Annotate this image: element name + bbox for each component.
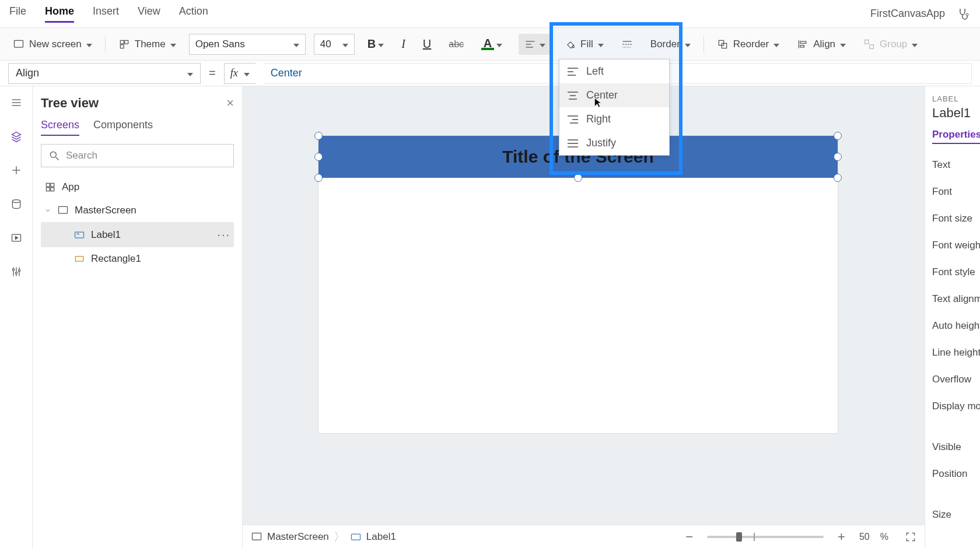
new-screen-label: New screen [29,38,82,50]
screen-icon [57,205,69,216]
canvas-stage[interactable]: Title of the Screen [318,136,838,433]
prop-row[interactable]: Line height [932,347,975,359]
menu-file[interactable]: File [9,5,26,23]
rail-advanced[interactable] [8,264,24,280]
tree-item-label: Label1 [91,229,121,241]
rail-insert[interactable] [8,162,24,178]
chevron-down-icon [496,39,502,50]
strike-button[interactable]: abc [444,36,468,53]
reorder-button[interactable]: Reorder [712,35,784,54]
tree-item-app[interactable]: App [41,175,234,199]
tab-screens[interactable]: Screens [41,119,79,136]
font-select[interactable]: Open Sans [189,34,306,55]
strike-icon: abc [449,39,464,50]
new-screen-button[interactable]: New screen [8,35,97,54]
zoom-slider[interactable] [707,536,824,538]
zoom-in-button[interactable]: + [834,529,849,545]
menu-view[interactable]: View [138,5,160,23]
prop-row[interactable]: Text alignm [932,293,975,305]
svg-rect-29 [46,188,50,191]
dd-label: Justify [586,137,616,149]
svg-rect-34 [253,533,261,540]
menu-insert[interactable]: Insert [93,5,119,23]
align-objects-button[interactable]: Align [792,35,850,54]
underline-button[interactable]: U [418,34,436,54]
tree-title: Tree view [41,96,99,111]
close-tree-button[interactable]: × [226,96,234,111]
prop-row[interactable]: Font [932,186,975,198]
align-justify-option[interactable]: Justify [559,131,669,155]
tab-properties[interactable]: Properties [932,129,980,144]
resize-handle[interactable] [834,132,842,140]
font-size-select[interactable]: 40 [314,34,355,55]
tree-item-label1[interactable]: Label1 ··· [41,222,234,247]
group-icon [863,38,875,50]
svg-rect-1 [15,40,23,47]
menu-items: File Home Insert View Action [9,5,208,23]
tree-item-label: MasterScreen [75,205,136,216]
theme-button[interactable]: Theme [114,35,181,54]
stethoscope-icon[interactable] [957,7,971,21]
rail-tree-view[interactable] [8,128,24,145]
prop-row[interactable]: Display mo [932,401,975,412]
border-style-button[interactable] [617,35,638,54]
fx-icon: fx [230,67,238,79]
svg-rect-13 [865,40,869,44]
bold-button[interactable]: B [363,34,388,54]
prop-row[interactable]: Position [932,468,975,480]
resize-handle[interactable] [834,153,842,161]
prop-row[interactable]: Visible [932,441,975,453]
menu-bar: File Home Insert View Action FirstCanvas… [0,0,980,28]
align-center-option[interactable]: Center [559,83,669,107]
chevron-down-icon [170,38,176,50]
prop-row[interactable]: Text [932,159,975,171]
tree-item-rectangle1[interactable]: Rectangle1 [41,247,234,271]
align-left-option[interactable]: Left [559,59,669,83]
formula-bar: Align = fx Center [0,61,980,86]
search-icon [48,150,60,161]
app-name[interactable]: FirstCanvasApp [870,8,945,20]
font-color-button[interactable]: A [477,35,507,54]
rail-data[interactable] [8,196,24,212]
tree-search-input[interactable]: Search [41,144,234,167]
fill-button[interactable]: Fill [559,35,608,54]
menu-action[interactable]: Action [179,5,208,23]
breadcrumb[interactable]: MasterScreen 〉 Label1 [251,529,396,545]
prop-row[interactable]: Font weight [932,240,975,251]
more-options-button[interactable]: ··· [217,228,230,241]
tools-icon [10,266,22,277]
theme-label: Theme [135,38,166,50]
align-right-option[interactable]: Right [559,107,669,131]
text-align-button[interactable] [519,34,551,55]
tree-item-label: Rectangle1 [91,253,141,265]
svg-point-23 [15,272,17,274]
database-icon [10,198,22,210]
resize-handle[interactable] [574,174,582,182]
rail-media[interactable] [8,230,24,246]
resize-handle[interactable] [314,153,323,161]
resize-handle[interactable] [314,132,323,140]
app-icon [44,181,56,193]
fit-screen-icon[interactable] [905,531,916,543]
tree-item-masterscreen[interactable]: MasterScreen [41,199,234,222]
prop-row[interactable]: Size [932,509,975,521]
chevron-down-icon [912,38,918,50]
font-size-value: 40 [320,38,331,50]
prop-row[interactable]: Font size [932,213,975,224]
prop-row[interactable]: Font style [932,266,975,278]
tab-components[interactable]: Components [93,119,153,136]
screen-icon [13,38,24,50]
plus-icon [10,164,22,176]
menu-home[interactable]: Home [45,5,74,23]
group-label: Group [880,38,907,50]
prop-row[interactable]: Overflow [932,374,975,385]
border-button[interactable]: Border [646,35,695,54]
resize-handle[interactable] [834,174,842,182]
prop-row[interactable]: Auto height [932,320,975,332]
zoom-out-button[interactable]: − [682,529,696,545]
rail-hamburger[interactable] [8,94,24,111]
italic-button[interactable]: I [397,34,410,54]
property-select[interactable]: Align [8,63,201,84]
resize-handle[interactable] [314,174,323,182]
fx-button[interactable]: fx [224,63,256,84]
